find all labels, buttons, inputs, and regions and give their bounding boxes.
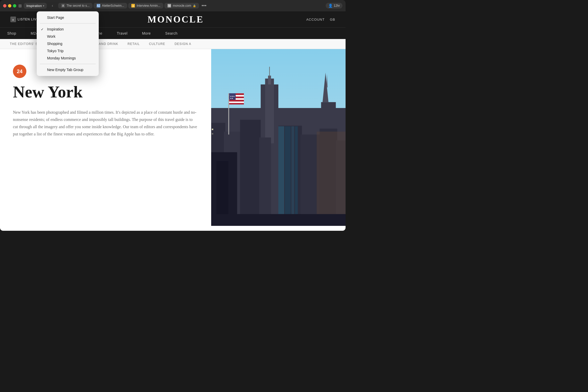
sidebar-toggle-icon[interactable]: ⊞ [18, 3, 22, 8]
tab-2-label: AtelierSchwim... [102, 4, 124, 7]
dropdown-item-inspiration[interactable]: ✓ Inspiration [37, 26, 99, 33]
maximize-button[interactable] [13, 4, 16, 7]
svg-rect-12 [259, 137, 271, 226]
tab-2[interactable]: AZ AtelierSchwim... [94, 3, 127, 9]
nav-item-shop[interactable]: Shop [0, 28, 24, 39]
hero-image: ★★★ ★★ [211, 49, 346, 226]
tab-4[interactable]: M monocle.com 🔒 [164, 3, 199, 9]
svg-rect-34 [229, 100, 244, 102]
dropdown-item-start-page[interactable]: Start Page [37, 14, 99, 21]
svg-rect-8 [269, 67, 270, 77]
nav-item-more[interactable]: More [135, 28, 158, 39]
tab-3[interactable]: a Interview Armin... [128, 3, 163, 9]
more-tabs-button[interactable]: ••• [200, 3, 208, 9]
chevron-down-icon: ▾ [43, 4, 44, 7]
svg-rect-25 [278, 126, 284, 226]
dropdown-item-monday-mornings[interactable]: Monday Mornings [37, 55, 99, 62]
svg-rect-22 [212, 133, 213, 135]
svg-rect-29 [228, 93, 229, 135]
dropdown-item-tokyo-trip[interactable]: Tokyo Trip [37, 47, 99, 55]
tab-group-button[interactable]: Inspiration ▾ [24, 3, 47, 9]
tab-group-dropdown: Start Page ✓ Inspiration Work Shopping T… [37, 11, 99, 76]
svg-rect-19 [212, 129, 213, 130]
content-left: 24 New York New York has been photograph… [0, 49, 211, 226]
nyc-skyline-svg: ★★★ ★★ [211, 49, 346, 226]
tab-1-label: The secret to s... [66, 4, 89, 7]
svg-rect-28 [295, 126, 298, 226]
svg-rect-42 [317, 132, 346, 226]
tab-favicon-atelier: AZ [97, 4, 100, 7]
sub-nav-culture[interactable]: CULTURE [144, 39, 170, 49]
article-title: New York [13, 83, 198, 101]
svg-rect-43 [211, 214, 346, 226]
tab-favicon-interview: a [131, 4, 135, 7]
tokyo-trip-label: Tokyo Trip [47, 49, 64, 53]
lock-icon: 🔒 [193, 4, 196, 7]
dropdown-item-shopping[interactable]: Shopping [37, 40, 99, 47]
svg-rect-35 [229, 102, 244, 103]
issue-number: 24 [13, 65, 26, 78]
dropdown-item-new-empty-tab-group[interactable]: New Empty Tab Group [37, 66, 99, 73]
nav-item-travel[interactable]: Travel [110, 28, 135, 39]
dropdown-item-work[interactable]: Work [37, 33, 99, 40]
titlebar-right: 👤 12hr [326, 3, 342, 9]
header-right-links: ACCOUNT GB [306, 18, 335, 21]
sub-nav-design[interactable]: DESIGN A [170, 39, 196, 49]
titlebar: ⊞ Inspiration ▾ ‹ A The secret to s... A… [0, 0, 346, 11]
svg-rect-27 [291, 126, 294, 226]
monday-mornings-label: Monday Mornings [47, 56, 76, 60]
svg-rect-11 [240, 120, 261, 226]
nav-back-button[interactable]: ‹ [49, 2, 56, 9]
content-right: ★★★ ★★ [211, 49, 346, 226]
check-mark-icon: ✓ [41, 27, 44, 31]
tab-3-label: Interview Armin... [136, 4, 160, 7]
tab-4-label: monocle.com [173, 4, 191, 7]
tab-favicon-monocle: M [167, 4, 171, 7]
listen-live-label: LISTEN LIVE [18, 18, 39, 21]
account-link[interactable]: ACCOUNT [306, 18, 325, 21]
tab-1[interactable]: A The secret to s... [58, 3, 93, 9]
svg-text:★★★: ★★★ [230, 95, 235, 97]
time-badge: 👤 12hr [326, 3, 342, 9]
work-label: Work [47, 34, 55, 39]
inspiration-label: Inspiration [47, 27, 64, 31]
listen-live-icon: ▲ [10, 17, 16, 22]
new-empty-tab-group-label: New Empty Tab Group [47, 68, 83, 72]
time-label: 12hr [334, 4, 340, 7]
close-button[interactable] [3, 4, 6, 7]
dropdown-divider-2 [40, 64, 96, 64]
svg-text:★★: ★★ [230, 97, 233, 99]
tabs-area: A The secret to s... AZ AtelierSchwim...… [58, 3, 324, 9]
start-page-label: Start Page [47, 16, 64, 20]
shopping-label: Shopping [47, 42, 62, 46]
dropdown-divider-1 [40, 23, 96, 24]
sub-nav-retail[interactable]: RETAIL [123, 39, 144, 49]
nav-item-search[interactable]: Search [158, 28, 185, 39]
profile-icon: 👤 [328, 4, 333, 8]
dropdown-section-bottom: New Empty Tab Group [37, 65, 99, 74]
tab-favicon-secret: A [61, 4, 65, 7]
article-body: New York has been photographed and filme… [13, 109, 198, 138]
svg-rect-36 [229, 103, 244, 105]
traffic-lights [3, 4, 16, 7]
gb-link[interactable]: GB [330, 18, 335, 21]
tab-group-label: Inspiration [26, 4, 42, 8]
dropdown-section-groups: ✓ Inspiration Work Shopping Tokyo Trip M… [37, 25, 99, 63]
minimize-button[interactable] [8, 4, 11, 7]
svg-rect-6 [265, 79, 274, 143]
dropdown-section-top: Start Page [37, 13, 99, 22]
monocle-logo: MONOCLE [148, 14, 204, 25]
svg-rect-26 [285, 126, 291, 226]
